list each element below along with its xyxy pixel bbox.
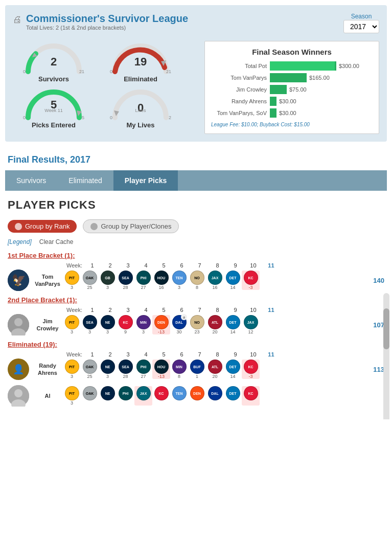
picks-entered-gauge: 5 Week 11 0 5 Picks Entered	[13, 87, 95, 129]
tabs-bar: Survivors Eliminated Player Picks	[5, 170, 387, 191]
toggle-dot-player	[90, 223, 98, 230]
winners-bar-total: Total Pot $300.00	[211, 61, 373, 71]
winners-bar-jim: Jim Crowley $75.00	[211, 85, 373, 94]
season-label: Season	[351, 13, 372, 20]
clear-cache-link[interactable]: Clear Cache	[39, 238, 74, 245]
picks-entered-label: Picks Entered	[32, 121, 76, 129]
league-title: Commissioner's Survivor League	[26, 13, 188, 25]
final-results-heading: Final Results, 2017	[0, 147, 392, 170]
eliminated-gauge: 19 0 21 Eliminated	[100, 41, 181, 83]
avatar-al	[8, 385, 29, 407]
survivors-gauge: 2 0 21 Survivors	[13, 41, 95, 83]
survivors-min: 0	[23, 69, 26, 74]
my-lives-label: My Lives	[127, 121, 155, 129]
survivors-value: 2	[51, 55, 57, 69]
winners-chart: Final Season Winners Total Pot $300.00 T…	[204, 41, 379, 134]
legend-link[interactable]: [Legend]	[8, 238, 32, 245]
links-row: [Legend] Clear Cache	[8, 238, 384, 245]
toggle-row: Group by Rank Group by Player/Clones	[8, 219, 384, 233]
total-jim: 107	[373, 321, 384, 329]
eliminated-label: Eliminated	[124, 75, 157, 83]
my-lives-gauge: 0 Lives 0 2 My Lives	[100, 87, 181, 129]
avatar-randy: 👤	[8, 358, 29, 380]
picks-entered-week: Week 11	[44, 108, 62, 113]
picks-max: 5	[82, 115, 84, 120]
svg-point-10	[14, 389, 22, 397]
bracket-1st-title[interactable]: 1st Place Bracket (1):	[8, 252, 384, 259]
stats-row: 2 0 21 Survivors	[13, 41, 379, 134]
player-picks-section: PLAYER PICKS Group by Rank Group by Play…	[0, 191, 392, 419]
printer-icon[interactable]: 🖨	[13, 14, 22, 25]
lives-min: 0	[110, 115, 112, 120]
toggle-dot-rank	[15, 223, 22, 230]
player-row-jim: JimCrowley PIT 3 SEA 3 NE 3 KC 9	[8, 314, 384, 335]
player-name-al: Al	[32, 392, 63, 399]
bracket-1st-place: 1st Place Bracket (1): Week: 1 2 3 4 5 6…	[8, 252, 384, 291]
scrollbar-thumb[interactable]	[383, 308, 389, 349]
group-by-rank-toggle[interactable]: Group by Rank	[8, 220, 77, 233]
group-by-player-toggle[interactable]: Group by Player/Clones	[83, 219, 179, 233]
season-select[interactable]: 2017	[343, 20, 379, 33]
lives-max: 2	[169, 115, 171, 120]
group-player-label: Group by Player/Clones	[101, 222, 171, 230]
league-subtitle: Total Lives: 2 (1st & 2nd place brackets…	[26, 25, 188, 31]
tab-player-picks[interactable]: Player Picks	[113, 170, 178, 191]
eliminated-value: 19	[134, 55, 147, 69]
player-picks-title: PLAYER PICKS	[8, 198, 384, 212]
group-rank-label: Group by Rank	[25, 222, 70, 230]
eliminated-min: 0	[110, 69, 112, 74]
survivors-label: Survivors	[38, 75, 69, 83]
bracket-eliminated: Eliminated (19): Week: 1 2 3 4 5 6 7 8 9…	[8, 341, 384, 407]
player-row-randy: 👤 RandyAhrens PIT 3 OAK 25 NE 3 SEA	[8, 358, 384, 380]
player-name-jim: JimCrowley	[32, 318, 63, 332]
bracket-2nd-title[interactable]: 2nd Place Bracket (1):	[8, 296, 384, 304]
winners-bar-toms: Tom VanParys, SoV $30.00	[211, 108, 373, 118]
svg-text:🦅: 🦅	[12, 273, 26, 287]
player-name-randy: RandyAhrens	[32, 362, 63, 377]
total-randy: 113	[373, 366, 384, 373]
svg-point-7	[14, 318, 22, 326]
bracket-2nd-place: 2nd Place Bracket (1): Week: 1 2 3 4 5 6…	[8, 296, 384, 335]
player-row-al: Al PIT 3 OAK NE PHI	[8, 385, 384, 407]
stats-section: 🖨 Commissioner's Survivor League Total L…	[5, 5, 387, 142]
tab-eliminated[interactable]: Eliminated	[57, 170, 113, 191]
winners-title: Final Season Winners	[211, 48, 373, 56]
total-tom: 140	[373, 277, 384, 284]
avatar-tom: 🦅	[8, 270, 29, 291]
league-header: 🖨 Commissioner's Survivor League Total L…	[13, 13, 379, 33]
survivors-max: 21	[79, 69, 84, 74]
winners-bar-randy: Randy Ahrens $30.00	[211, 97, 373, 106]
avatar-jim	[8, 314, 29, 335]
player-name-tom: TomVanParys	[32, 273, 63, 288]
eliminated-max: 21	[166, 69, 171, 74]
bracket-eliminated-title[interactable]: Eliminated (19):	[8, 341, 384, 348]
player-row-tom: 🦅 TomVanParys PIT 3 OAK 25 GB 3	[8, 270, 384, 291]
scrollbar-track[interactable]	[383, 293, 389, 419]
picks-min: 0	[23, 115, 26, 120]
winners-bar-tom: Tom VanParys $165.00	[211, 73, 373, 82]
tab-survivors[interactable]: Survivors	[5, 170, 57, 191]
league-fee: League Fee: $10.00; Buyback Cost: $15.00	[211, 122, 373, 127]
